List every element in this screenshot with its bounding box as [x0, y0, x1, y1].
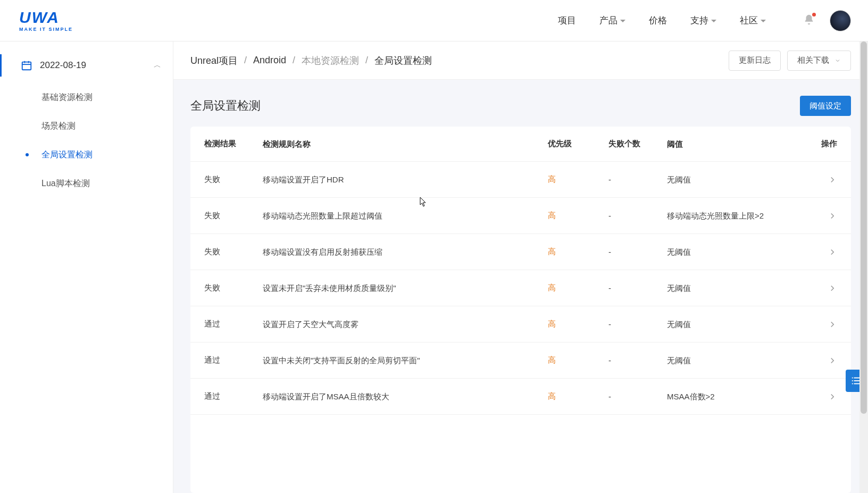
- col-header-fail-count: 失败个数: [608, 139, 667, 149]
- breadcrumb-item-current: 全局设置检测: [374, 54, 432, 67]
- nav-item-label: 社区: [740, 14, 758, 27]
- chevron-up-icon: ︿: [154, 61, 161, 70]
- cell-fail-count: -: [608, 283, 667, 293]
- chevron-down-icon: [711, 20, 716, 22]
- threshold-settings-button[interactable]: 阈值设定: [800, 96, 851, 116]
- cell-result: 失败: [204, 174, 263, 185]
- table-row[interactable]: 失败移动端动态光照数量上限超过阈值高-移动端动态光照数量上限>2: [190, 198, 851, 234]
- breadcrumb-item[interactable]: Android: [253, 55, 286, 66]
- breadcrumb-item[interactable]: Unreal项目: [190, 54, 238, 67]
- table-row[interactable]: 通过设置中未关闭"支持平面反射的全局剪切平面"高-无阈值: [190, 342, 851, 379]
- cell-threshold: 无阈值: [667, 318, 800, 331]
- logo[interactable]: UWA MAKE IT SIMPLE: [19, 10, 73, 32]
- cell-rule: 设置中未关闭"支持平面反射的全局剪切平面": [263, 354, 548, 367]
- sidebar-date-text: 2022-08-19: [40, 60, 86, 71]
- cell-rule: 设置开启了天空大气高度雾: [263, 318, 548, 331]
- cell-rule: 移动端动态光照数量上限超过阈值: [263, 210, 548, 222]
- nav-item-0[interactable]: 项目: [558, 14, 576, 27]
- nav-item-label: 项目: [558, 14, 576, 27]
- table-header-row: 检测结果 检测规则名称 优先级 失败个数 阈值 操作: [190, 127, 851, 162]
- col-header-threshold: 阈值: [667, 138, 800, 151]
- table-row[interactable]: 通过移动端设置开启了MSAA且倍数较大高-MSAA倍数>2: [190, 379, 851, 415]
- nav-item-1[interactable]: 产品: [599, 14, 625, 27]
- cell-priority: 高: [548, 391, 608, 402]
- table-row[interactable]: 失败设置未开启"丢弃未使用材质质量级别"高-无阈值: [190, 270, 851, 306]
- nav-item-3[interactable]: 支持: [690, 14, 716, 27]
- cell-result: 失败: [204, 211, 263, 221]
- chevron-down-icon: [834, 57, 841, 64]
- cell-threshold: 无阈值: [667, 354, 800, 367]
- cell-result: 通过: [204, 391, 263, 402]
- chevron-right-icon: [828, 211, 837, 221]
- breadcrumb-separator: /: [244, 55, 247, 66]
- sidebar-item-3[interactable]: Lua脚本检测: [0, 169, 173, 198]
- svg-rect-7: [852, 378, 853, 379]
- cell-priority: 高: [548, 174, 608, 185]
- cell-threshold: 无阈值: [667, 282, 800, 295]
- cell-threshold: 无阈值: [667, 246, 800, 258]
- chevron-right-icon: [828, 356, 837, 365]
- logo-main-text: UWA: [19, 10, 60, 26]
- cell-rule: 设置未开启"丢弃未使用材质质量级别": [263, 282, 548, 295]
- breadcrumb-separator: /: [293, 55, 295, 66]
- scrollbar-thumb[interactable]: [861, 41, 867, 414]
- nav-item-2[interactable]: 价格: [649, 14, 667, 27]
- cell-result: 失败: [204, 247, 263, 257]
- cell-fail-count: -: [608, 211, 667, 220]
- cell-fail-count: -: [608, 175, 667, 184]
- update-log-label: 更新日志: [739, 55, 771, 65]
- download-button[interactable]: 相关下载: [787, 51, 851, 71]
- cell-operation[interactable]: [800, 211, 837, 221]
- chevron-right-icon: [828, 320, 837, 329]
- user-avatar[interactable]: [830, 10, 851, 31]
- chevron-right-icon: [828, 283, 837, 293]
- table-body[interactable]: 失败移动端设置开启了HDR高-无阈值失败移动端动态光照数量上限超过阈值高-移动端…: [190, 162, 851, 493]
- cell-fail-count: -: [608, 247, 667, 256]
- col-header-rule: 检测规则名称: [263, 138, 548, 151]
- nav-item-label: 支持: [690, 14, 708, 27]
- notification-badge: [812, 13, 816, 16]
- download-label: 相关下载: [797, 55, 829, 65]
- col-header-priority: 优先级: [548, 139, 608, 149]
- cell-fail-count: -: [608, 356, 667, 365]
- results-table: 检测结果 检测规则名称 优先级 失败个数 阈值 操作 失败移动端设置开启了HDR…: [190, 127, 851, 493]
- cell-rule: 移动端设置开启了MSAA且倍数较大: [263, 390, 548, 403]
- sidebar: 2022-08-19 ︿ 基础资源检测场景检测全局设置检测Lua脚本检测: [0, 41, 173, 493]
- cell-operation[interactable]: [800, 392, 837, 402]
- cell-threshold: MSAA倍数>2: [667, 390, 800, 403]
- chevron-right-icon: [828, 392, 837, 402]
- main-content: Unreal项目 / Android / 本地资源检测 / 全局设置检测 更新日…: [173, 41, 868, 493]
- update-log-button[interactable]: 更新日志: [729, 51, 781, 71]
- table-row[interactable]: 失败移动端设置没有启用反射捕获压缩高-无阈值: [190, 234, 851, 270]
- table-row[interactable]: 失败移动端设置开启了HDR高-无阈值: [190, 162, 851, 198]
- sidebar-date-selector[interactable]: 2022-08-19 ︿: [0, 54, 173, 77]
- cell-priority: 高: [548, 319, 608, 329]
- nav-menu: 项目产品价格支持社区: [558, 14, 766, 27]
- chevron-right-icon: [828, 247, 837, 257]
- chevron-down-icon: [761, 20, 766, 22]
- cell-result: 通过: [204, 319, 263, 329]
- notifications-icon[interactable]: [803, 14, 815, 28]
- calendar-icon: [21, 60, 32, 71]
- cell-threshold: 无阈值: [667, 173, 800, 186]
- cell-operation[interactable]: [800, 320, 837, 329]
- cell-priority: 高: [548, 247, 608, 257]
- page-scrollbar[interactable]: [859, 41, 868, 493]
- cell-fail-count: -: [608, 392, 667, 401]
- table-row[interactable]: 通过设置开启了天空大气高度雾高-无阈值: [190, 306, 851, 342]
- cell-operation[interactable]: [800, 356, 837, 365]
- top-navigation: UWA MAKE IT SIMPLE 项目产品价格支持社区: [0, 0, 868, 41]
- sidebar-item-1[interactable]: 场景检测: [0, 112, 173, 140]
- section-title: 全局设置检测: [190, 98, 261, 114]
- sidebar-list: 基础资源检测场景检测全局设置检测Lua脚本检测: [0, 83, 173, 198]
- nav-item-4[interactable]: 社区: [740, 14, 766, 27]
- breadcrumb-item[interactable]: 本地资源检测: [302, 54, 359, 67]
- sidebar-item-2[interactable]: 全局设置检测: [0, 140, 173, 169]
- cell-operation[interactable]: [800, 175, 837, 185]
- cell-operation[interactable]: [800, 247, 837, 257]
- cell-operation[interactable]: [800, 283, 837, 293]
- sidebar-item-0[interactable]: 基础资源检测: [0, 83, 173, 112]
- cell-threshold: 移动端动态光照数量上限>2: [667, 210, 800, 222]
- col-header-operation: 操作: [800, 139, 837, 149]
- chevron-right-icon: [828, 175, 837, 185]
